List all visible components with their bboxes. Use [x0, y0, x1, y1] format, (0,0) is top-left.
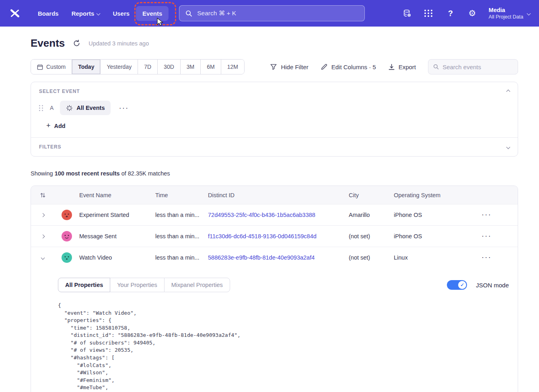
nav-item-boards[interactable]: Boards [31, 6, 65, 21]
hide-filter-button[interactable]: Hide Filter [270, 63, 308, 70]
top-navbar: Boards Reports Users Events Search ⌘ + K… [0, 0, 539, 27]
event-name-cell: Experiment Started [79, 212, 155, 218]
time-cell: less than a min... [155, 212, 208, 218]
range-30d-button[interactable]: 30D [157, 60, 180, 74]
table-row[interactable]: Message Sent less than a min... f11c30d6… [31, 225, 518, 247]
row-more-icon[interactable]: ··· [480, 231, 493, 240]
query-builder-card: SELECT EVENT A All Events ··· + Add [31, 82, 518, 157]
time-cell: less than a min... [155, 233, 208, 239]
data-management-icon[interactable] [400, 6, 414, 20]
event-spark-icon [66, 105, 73, 111]
range-3m-button[interactable]: 3M [180, 60, 200, 74]
chevron-down-icon [527, 11, 531, 15]
row-detail-panel: All Properties Your Properties Mixpanel … [31, 268, 518, 392]
filters-section: FILTERS [31, 137, 518, 156]
add-event-button[interactable]: + Add [46, 122, 510, 130]
chevron-down-icon [97, 11, 101, 15]
event-more-icon[interactable]: ··· [117, 106, 130, 110]
os-cell: Linux [394, 254, 473, 261]
nav-item-events[interactable]: Events [136, 6, 169, 21]
event-name-cell: Watch Video [79, 254, 155, 261]
row-more-icon[interactable]: ··· [480, 253, 493, 261]
tab-all-properties[interactable]: All Properties [58, 278, 110, 292]
city-cell: (not set) [349, 254, 394, 261]
refresh-icon [73, 39, 80, 47]
page-header: Events Updated 3 minutes ago [31, 37, 518, 50]
search-icon [433, 64, 439, 70]
col-distinct-id[interactable]: Distinct ID [208, 192, 349, 198]
global-search-placeholder: Search ⌘ + K [197, 10, 236, 17]
search-events-field [428, 59, 518, 74]
avatar [61, 252, 72, 263]
mixpanel-logo[interactable] [9, 7, 21, 19]
avatar [61, 209, 72, 221]
apps-grid-icon[interactable] [422, 6, 436, 20]
calendar-icon [37, 64, 43, 70]
check-icon: ✓ [458, 281, 466, 289]
all-events-chip[interactable]: All Events [60, 101, 111, 115]
range-12m-button[interactable]: 12M [221, 60, 244, 74]
results-summary: Showing 100 most recent results of 82.35… [31, 170, 518, 177]
filters-label: FILTERS [39, 144, 61, 150]
chevron-up-icon[interactable] [506, 89, 510, 93]
col-event-name[interactable]: Event Name [79, 192, 155, 198]
distinct-id-link[interactable]: f11c30d6-dc6d-4518-9136-0d046159c84d [208, 233, 317, 239]
range-yesterday-button[interactable]: Yesterday [100, 60, 138, 74]
mixpanel-logo-icon [10, 8, 20, 19]
edit-columns-button[interactable]: Edit Columns · 5 [321, 63, 376, 70]
event-row-letter: A [50, 105, 53, 111]
city-cell: Amarillo [349, 212, 394, 218]
chevron-down-icon[interactable] [506, 145, 510, 149]
os-cell: iPhone OS [394, 212, 473, 218]
col-operating-system[interactable]: Operating System [394, 192, 473, 198]
export-button[interactable]: Export [388, 64, 416, 70]
search-events-input[interactable] [442, 64, 513, 70]
project-selector[interactable]: Media All Project Data [489, 7, 530, 20]
settings-gear-icon[interactable]: ⚙ [465, 6, 479, 20]
collapse-row-button[interactable] [31, 256, 54, 259]
range-today-button[interactable]: Today [72, 60, 100, 74]
sort-updown-icon[interactable] [40, 192, 46, 198]
funnel-icon [270, 63, 277, 70]
tab-mixpanel-properties[interactable]: Mixpanel Properties [164, 278, 230, 292]
range-custom-button[interactable]: Custom [31, 60, 72, 74]
table-row[interactable]: Experiment Started less than a min... 72… [31, 204, 518, 225]
col-city[interactable]: City [349, 192, 394, 198]
json-mode-toggle[interactable]: ✓ [447, 280, 467, 290]
time-cell: less than a min... [155, 254, 208, 261]
json-viewer[interactable]: { "event": "Watch Video", "properties": … [58, 302, 510, 392]
row-more-icon[interactable]: ··· [480, 210, 493, 219]
global-search-input[interactable]: Search ⌘ + K [179, 5, 365, 21]
help-icon[interactable]: ? [444, 6, 457, 20]
avatar [61, 231, 72, 242]
refresh-button[interactable] [73, 39, 80, 47]
nav-item-reports[interactable]: Reports [65, 6, 107, 21]
table-row-expanded[interactable]: Watch Video less than a min... 5886283e-… [31, 247, 518, 268]
pencil-icon [321, 63, 328, 70]
select-event-section: SELECT EVENT A All Events ··· + Add [31, 82, 518, 137]
page-title: Events [31, 37, 65, 50]
distinct-id-link[interactable]: 72d49553-25fc-4f0c-b436-1b5ac6ab3388 [208, 212, 315, 218]
select-event-label: SELECT EVENT [39, 89, 80, 94]
col-time[interactable]: Time [155, 192, 208, 198]
table-header-row: Event Name Time Distinct ID City Operati… [31, 186, 518, 204]
search-icon [185, 10, 192, 17]
filters-header[interactable]: FILTERS [39, 144, 510, 150]
expand-row-button[interactable] [31, 214, 54, 217]
last-updated-text: Updated 3 minutes ago [88, 40, 149, 47]
nav-item-users[interactable]: Users [106, 6, 136, 21]
os-cell: iPhone OS [394, 233, 473, 239]
expand-row-button[interactable] [31, 235, 54, 238]
select-event-header[interactable]: SELECT EVENT [39, 89, 510, 94]
drag-handle-icon[interactable] [39, 105, 43, 111]
download-icon [388, 64, 395, 70]
range-7d-button[interactable]: 7D [138, 60, 157, 74]
tab-your-properties[interactable]: Your Properties [110, 278, 164, 292]
city-cell: (not set) [349, 233, 394, 239]
main-content: Events Updated 3 minutes ago Custom Toda… [0, 27, 539, 392]
event-row: A All Events ··· [39, 101, 510, 115]
distinct-id-link[interactable]: 5886283e-e9fb-48fb-81de-40e9093a2af4 [208, 254, 315, 261]
plus-icon: + [46, 122, 51, 130]
range-6m-button[interactable]: 6M [200, 60, 220, 74]
project-scope: All Project Data [489, 14, 523, 20]
